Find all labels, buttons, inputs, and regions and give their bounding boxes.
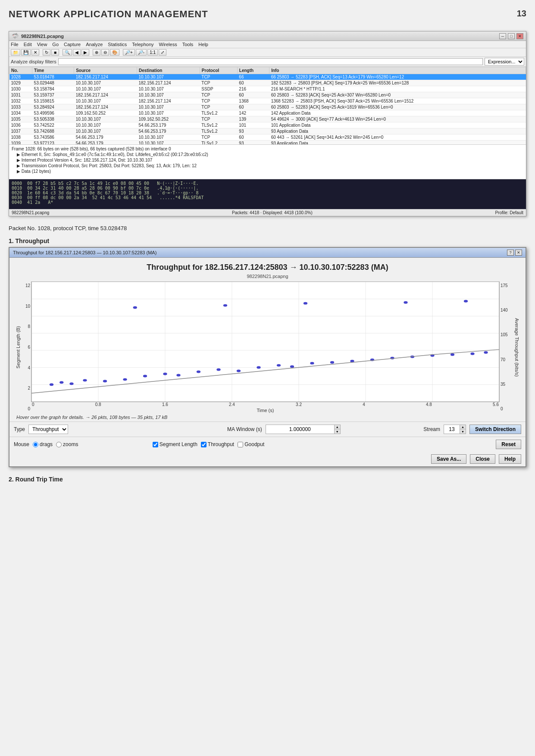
save-as-button[interactable]: Save As... [431,454,466,464]
toolbar-normal[interactable]: 1:1 [147,49,158,56]
menu-go[interactable]: Go [52,42,59,47]
cell-protocol: TCP [200,134,237,141]
x-tick-4: 4 [363,402,365,407]
menu-edit[interactable]: Edit [24,42,32,47]
table-row[interactable]: 1028 53.018478 182.156.217.124 10.10.30.… [9,74,526,80]
help-dialog-button[interactable]: Help [499,454,521,464]
cell-protocol: TCP [200,92,237,98]
dialog-buttons-row: Save As... Close Help [9,452,526,466]
table-row[interactable]: 1039 53.977123 54.66.253.179 10.10.30.10… [9,141,526,145]
cell-no: 1034 [9,110,32,116]
maximize-button[interactable]: □ [508,33,515,39]
cell-protocol: TLSv1.2 [200,141,237,145]
hex-line: 0030 00 ff 08 dc 00 00 2a 34 52 41 4c 53… [12,195,523,200]
svg-point-20 [83,379,87,381]
hover-info: Hover over the graph for details. → 26 p… [9,413,526,422]
filter-input[interactable] [58,58,483,65]
menu-file[interactable]: File [11,42,19,47]
menu-wireless[interactable]: Wireless [159,42,177,47]
wireshark-icon: 🦈 [12,33,19,39]
detail-line: Frame 1028: 66 bytes on wire (528 bits),… [12,146,523,152]
stream-up[interactable]: ▲ [460,425,466,429]
ma-window-up[interactable]: ▲ [334,425,340,429]
mouse-drags-radio[interactable]: drags [33,441,53,447]
window-controls: ─ □ ✕ [499,33,523,39]
x-tick-4.8: 4.8 [426,402,432,407]
ma-window-spinner[interactable]: ▲ ▼ [266,425,341,434]
table-row[interactable]: 1033 53.284924 182.156.217.124 10.10.30.… [9,104,526,110]
cell-destination: 182.156.217.124 [137,80,200,86]
menu-tools[interactable]: Tools [182,42,194,47]
mouse-label: Mouse [14,441,29,447]
cell-source: 54.66.253.179 [74,134,137,141]
stream-spinner[interactable]: ▲ ▼ [444,425,466,434]
table-row[interactable]: 1034 53.499596 109.162.50.252 10.10.30.1… [9,110,526,116]
cell-source: 182.156.217.124 [74,74,137,80]
toolbar-save[interactable]: 💾 [21,49,31,56]
toolbar-expand[interactable]: ⊕ [93,49,100,56]
cell-no: 1033 [9,104,32,110]
stream-input[interactable] [444,425,460,433]
toolbar-fit[interactable]: ⤢ [159,49,166,56]
table-row[interactable]: 1032 53.159815 10.10.30.107 182.156.217.… [9,98,526,104]
close-dialog-button[interactable]: Close [470,454,495,464]
toolbar-stop[interactable]: ■ [51,49,59,56]
svg-point-17 [50,383,53,386]
col-length: Length [237,67,269,74]
toolbar-reload[interactable]: ↻ [43,49,50,56]
cell-info: 93 Application Data [269,128,526,134]
ma-window-input[interactable] [266,425,334,433]
menu-view[interactable]: View [37,42,47,47]
cell-time: 53.158784 [32,86,74,92]
cell-info: 93 Application Data [269,141,526,145]
y-right-tick-140: 140 [501,308,512,312]
toolbar-collapse[interactable]: ⊖ [101,49,109,56]
svg-point-22 [123,378,127,381]
toolbar-back[interactable]: ◀ [73,49,81,56]
table-row[interactable]: 1038 53.743586 54.66.253.179 10.10.30.10… [9,134,526,141]
table-row[interactable]: 1037 53.742688 10.10.30.107 54.66.253.17… [9,128,526,134]
stream-down[interactable]: ▼ [460,429,466,434]
table-row[interactable]: 1035 53.505338 10.10.30.107 109.162.50.2… [9,116,526,122]
type-select[interactable]: Throughput [28,425,68,434]
table-row[interactable]: 1036 53.742522 10.10.30.107 54.66.253.17… [9,122,526,128]
menu-telephony[interactable]: Telephony [132,42,153,47]
mouse-zooms-radio[interactable]: zooms [56,441,78,447]
filter-expression-dropdown[interactable]: Expression... [485,58,524,66]
toolbar-forward[interactable]: ▶ [81,49,89,56]
col-protocol: Protocol [200,67,237,74]
svg-point-28 [237,370,241,372]
cell-source: 109.162.50.252 [74,110,137,116]
menu-capture[interactable]: Capture [64,42,81,47]
wireshark-titlebar: 🦈 982298N21.pcapng ─ □ ✕ [9,31,526,41]
toolbar-zoom-out[interactable]: 🔎- [136,49,147,56]
toolbar-zoom-in[interactable]: 🔎+ [123,49,135,56]
menu-help[interactable]: Help [198,42,208,47]
cell-no: 1038 [9,134,32,141]
toolbar-close[interactable]: ✕ [31,49,39,56]
throughput-checkbox[interactable]: Throughput [201,441,234,447]
switch-direction-button[interactable]: Switch Direction [469,425,521,434]
throughput-close-btn[interactable]: ✕ [515,250,522,256]
statusbar: 982298N21.pcapng Packets: 4418 · Display… [9,209,526,216]
cell-source: 10.10.30.107 [74,116,137,122]
svg-point-46 [464,300,468,303]
throughput-titlebar: Throughput for 182.156.217.124:25803 — 1… [9,248,526,258]
table-row[interactable]: 1030 53.158784 10.10.30.107 10.10.30.107… [9,86,526,92]
reset-button[interactable]: Reset [496,440,521,449]
ma-window-down[interactable]: ▼ [334,429,340,434]
menu-analyze[interactable]: Analyze [86,42,103,47]
table-row[interactable]: 1029 53.029448 10.10.30.107 182.156.217.… [9,80,526,86]
throughput-dialog-controls: ? ✕ [507,250,522,256]
menu-statistics[interactable]: Statistics [108,42,127,47]
segment-length-checkbox[interactable]: Segment Length [153,441,197,447]
toolbar-colorize[interactable]: 🎨 [110,49,119,56]
cell-source: 182.156.217.124 [74,92,137,98]
throughput-help-btn[interactable]: ? [507,250,514,256]
minimize-button[interactable]: ─ [499,33,506,39]
table-row[interactable]: 1031 53.159737 182.156.217.124 10.10.30.… [9,92,526,98]
goodput-checkbox[interactable]: Goodput [238,441,264,447]
toolbar-open[interactable]: 📁 [11,49,20,56]
toolbar-find[interactable]: 🔍 [63,49,72,56]
close-button[interactable]: ✕ [516,33,523,39]
